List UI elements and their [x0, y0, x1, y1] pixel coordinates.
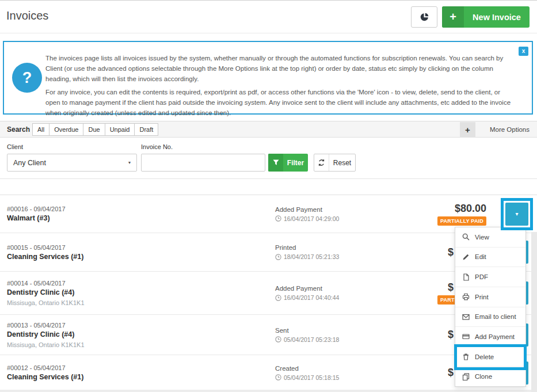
- more-options-link[interactable]: More Options: [490, 126, 530, 133]
- clock-icon: [275, 374, 281, 380]
- plus-icon: +: [442, 6, 464, 28]
- clone-icon: [462, 373, 470, 380]
- page-title: Invoices: [6, 9, 48, 22]
- invoice-amount: $80.00: [437, 203, 486, 215]
- invoice-client: Walmart (#3): [7, 214, 275, 222]
- status-badge: PARTIALLY PAID: [437, 216, 486, 226]
- question-mark-icon: ?: [12, 63, 42, 93]
- invoice-status: Added Payment: [275, 285, 431, 292]
- invoice-identity: #00015 - 05/04/2017 Cleaning Services (#…: [7, 244, 275, 261]
- close-icon[interactable]: x: [519, 47, 528, 56]
- filter-button[interactable]: Filter: [268, 154, 308, 172]
- invoice-number: #00014 - 05/04/2017: [7, 280, 275, 287]
- help-box: ? x The invoices page lists all invoices…: [3, 41, 533, 115]
- search-form: Client Invoice No. Any Client ▾ Filter R…: [0, 138, 537, 179]
- scrollbar-track[interactable]: [531, 232, 537, 392]
- invoice-status-block: Added Payment 16/04/2017 04:29:00: [275, 206, 431, 222]
- filter-label: Filter: [283, 154, 308, 172]
- client-label: Client: [7, 143, 23, 150]
- search-bar: Search All Overdue Due Unpaid Draft + Mo…: [0, 121, 537, 138]
- reports-button[interactable]: [411, 6, 437, 28]
- tab-overdue[interactable]: Overdue: [49, 123, 83, 136]
- invoice-no-label: Invoice No.: [141, 143, 173, 150]
- help-paragraph-2: For any invoice, you can edit the conten…: [45, 87, 513, 118]
- menu-item-email[interactable]: Email to client: [455, 307, 525, 327]
- menu-item-add-payment[interactable]: Add Payment: [455, 326, 525, 347]
- invoice-address: Missisuga, Ontario K1K1K1: [7, 299, 275, 306]
- invoice-number: #00012 - 05/04/2017: [7, 364, 275, 371]
- invoice-amount-block: $80.00 PARTIALLY PAID: [437, 203, 486, 226]
- invoice-no-input[interactable]: [141, 154, 265, 172]
- invoice-number: #00013 - 05/04/2017: [7, 322, 275, 329]
- tab-unpaid[interactable]: Unpaid: [105, 123, 135, 136]
- invoice-status-block: Sent 05/04/2017 05:23:18: [275, 327, 431, 343]
- invoice-identity: #00016 - 09/04/2017 Walmart (#3): [7, 205, 275, 222]
- reset-label: Reset: [329, 159, 355, 167]
- clock-icon: [275, 336, 281, 342]
- invoice-timestamp: 18/04/2017 05:21:33: [275, 253, 431, 260]
- invoice-timestamp: 16/04/2017 04:40:44: [275, 294, 431, 301]
- clock-icon: [275, 215, 281, 222]
- more-options-plus-icon[interactable]: +: [460, 122, 475, 138]
- invoice-client: Cleaning Services (#1): [7, 373, 275, 381]
- invoice-timestamp: 05/04/2017 05:18:15: [275, 374, 431, 381]
- row-actions-menu: View Edit PDF Print Email to client Add …: [455, 227, 526, 387]
- tab-all[interactable]: All: [32, 123, 49, 136]
- status-filter-tabs: All Overdue Due Unpaid Draft: [33, 123, 158, 136]
- new-invoice-button[interactable]: + New Invoice: [442, 6, 530, 28]
- trash-icon: [462, 353, 470, 360]
- magnifier-icon: [462, 233, 470, 241]
- pie-chart-icon: [420, 12, 429, 22]
- file-icon: [462, 273, 470, 281]
- invoice-client: Dentistry Clinic (#4): [7, 288, 275, 296]
- reset-button[interactable]: Reset: [314, 154, 356, 172]
- client-select-value: Any Client: [13, 159, 46, 167]
- dropdown-highlight-annotation: ▾: [501, 198, 533, 230]
- tab-draft[interactable]: Draft: [134, 123, 158, 136]
- invoice-identity: #00013 - 05/04/2017 Dentistry Clinic (#4…: [7, 322, 275, 348]
- menu-item-print[interactable]: Print: [455, 287, 525, 307]
- invoice-number: #00016 - 09/04/2017: [7, 205, 275, 212]
- menu-item-clone[interactable]: Clone: [455, 366, 525, 386]
- refresh-icon: [314, 154, 329, 171]
- invoice-status-block: Created 05/04/2017 05:18:15: [275, 365, 431, 381]
- row-actions-dropdown-button[interactable]: ▾: [505, 203, 528, 226]
- invoice-identity: #00014 - 05/04/2017 Dentistry Clinic (#4…: [7, 280, 275, 306]
- clock-icon: [275, 254, 281, 260]
- page-bottom-divider: [0, 390, 537, 392]
- invoice-status: Printed: [275, 244, 431, 251]
- invoice-status: Sent: [275, 327, 431, 334]
- help-paragraph-1: The invoices page lists all invoices iss…: [45, 54, 513, 84]
- invoice-status-block: Added Payment 16/04/2017 04:40:44: [275, 285, 431, 301]
- credit-card-icon: [462, 333, 470, 340]
- menu-item-view[interactable]: View: [455, 227, 525, 247]
- pencil-icon: [462, 253, 470, 261]
- invoice-client: Dentistry Clinic (#4): [7, 330, 275, 338]
- printer-icon: [462, 293, 470, 300]
- search-label: Search: [7, 125, 30, 134]
- envelope-icon: [462, 313, 470, 321]
- invoice-status: Created: [275, 365, 431, 372]
- clock-icon: [275, 295, 281, 301]
- invoice-status-block: Printed 18/04/2017 05:21:33: [275, 244, 431, 260]
- menu-item-pdf[interactable]: PDF: [455, 267, 525, 287]
- invoice-number: #00015 - 05/04/2017: [7, 244, 275, 251]
- invoice-address: Missisuga, Ontario K1K1K1: [7, 341, 275, 348]
- menu-item-delete[interactable]: Delete: [455, 347, 525, 367]
- invoice-identity: #00012 - 05/04/2017 Cleaning Services (#…: [7, 364, 275, 381]
- funnel-icon: [268, 154, 283, 172]
- invoice-timestamp: 05/04/2017 05:23:18: [275, 336, 431, 343]
- invoice-status: Added Payment: [275, 206, 431, 213]
- new-invoice-label: New Invoice: [464, 6, 530, 28]
- invoice-timestamp: 16/04/2017 04:29:00: [275, 215, 431, 222]
- help-text: The invoices page lists all invoices iss…: [45, 54, 513, 122]
- client-select[interactable]: Any Client ▾: [7, 154, 137, 172]
- menu-item-edit[interactable]: Edit: [455, 247, 525, 267]
- invoice-client: Cleaning Services (#1): [7, 253, 275, 261]
- page-header: Invoices + New Invoice: [0, 0, 537, 33]
- chevron-down-icon: ▾: [128, 160, 131, 165]
- tab-due[interactable]: Due: [83, 123, 105, 136]
